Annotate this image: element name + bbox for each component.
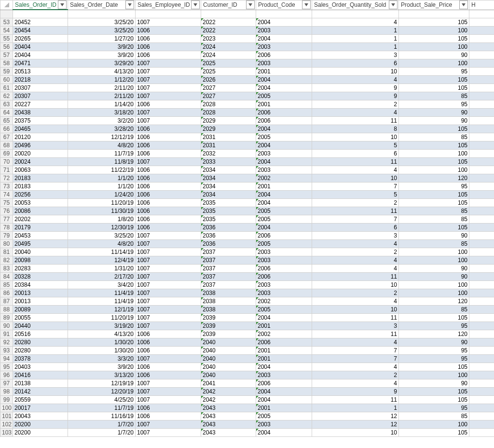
cell[interactable]: 20017 <box>13 404 68 412</box>
cell[interactable]: 20280 <box>13 346 68 354</box>
cell[interactable]: 105 <box>399 75 469 84</box>
cell[interactable]: 2003 <box>256 248 312 256</box>
cell[interactable]: 7 <box>312 346 399 354</box>
cell[interactable]: 1006 <box>136 174 201 182</box>
cell[interactable]: 11/4/19 <box>68 289 136 297</box>
cell[interactable]: 2026 <box>201 75 256 84</box>
cell[interactable]: 20328 <box>13 272 68 280</box>
cell[interactable]: 1006 <box>136 215 201 223</box>
cell[interactable] <box>469 280 494 289</box>
cell[interactable]: 20086 <box>13 207 68 215</box>
cell[interactable]: 4 <box>312 264 399 272</box>
column-header[interactable]: Product_Code <box>256 0 312 10</box>
cell[interactable] <box>469 141 494 149</box>
row-header[interactable]: 101 <box>0 412 13 420</box>
row-header[interactable]: 63 <box>0 100 13 108</box>
cell[interactable]: 95 <box>399 100 469 108</box>
cell[interactable]: 1/1/20 <box>68 174 136 182</box>
cell[interactable]: 2041 <box>201 379 256 387</box>
cell[interactable]: 2004 <box>256 198 312 207</box>
cell[interactable]: 1007 <box>136 248 201 256</box>
cell[interactable]: 3 <box>312 51 399 59</box>
table-row[interactable]: 84203282/17/201007203720061190 <box>0 272 494 280</box>
row-header[interactable]: 64 <box>0 108 13 116</box>
row-header[interactable]: 99 <box>0 395 13 404</box>
cell[interactable] <box>469 346 494 354</box>
cell[interactable]: 20378 <box>13 354 68 363</box>
cell[interactable]: 2006 <box>256 379 312 387</box>
cell[interactable]: 2004 <box>256 125 312 133</box>
cell[interactable]: 20183 <box>13 174 68 182</box>
row-header[interactable]: 86 <box>0 289 13 297</box>
cell[interactable]: 20013 <box>13 289 68 297</box>
cell[interactable]: 105 <box>399 395 469 404</box>
cell[interactable]: 1/27/20 <box>68 34 136 42</box>
cell[interactable]: 11/20/19 <box>68 198 136 207</box>
cell[interactable]: 120 <box>399 297 469 305</box>
cell[interactable]: 2004 <box>256 157 312 166</box>
cell[interactable]: 105 <box>399 18 469 26</box>
cell[interactable]: 20452 <box>13 18 68 26</box>
cell[interactable]: 4 <box>312 239 399 248</box>
cell[interactable]: 2028 <box>201 100 256 108</box>
cell[interactable]: 100 <box>399 166 469 174</box>
table-row[interactable]: 73201831/1/20100620342001795 <box>0 182 494 190</box>
cell[interactable]: 2024 <box>201 51 256 59</box>
row-header[interactable]: 87 <box>0 297 13 305</box>
cell[interactable]: 11 <box>312 272 399 280</box>
cell[interactable]: 85 <box>399 207 469 215</box>
table-row[interactable]: 63202271/14/20100620282001295 <box>0 100 494 108</box>
cell[interactable]: 2004 <box>256 75 312 84</box>
cell[interactable]: 90 <box>399 116 469 125</box>
row-header[interactable]: 78 <box>0 223 13 231</box>
cell[interactable]: 1/24/20 <box>68 190 136 198</box>
row-header[interactable]: 74 <box>0 190 13 198</box>
table-row[interactable]: 58204713/29/201007202520036100 <box>0 59 494 67</box>
cell[interactable]: 105 <box>399 157 469 166</box>
cell[interactable]: 11/8/19 <box>68 157 136 166</box>
cell[interactable]: 20375 <box>13 116 68 125</box>
cell[interactable]: 20283 <box>13 264 68 272</box>
cell[interactable]: 1/14/20 <box>68 100 136 108</box>
cell[interactable]: 7 <box>312 215 399 223</box>
cell[interactable]: 2005 <box>256 305 312 313</box>
cell[interactable]: 11/16/19 <box>68 412 136 420</box>
cell[interactable]: 2037 <box>201 248 256 256</box>
cell[interactable]: 10 <box>312 133 399 141</box>
cell[interactable]: 2033 <box>201 157 256 166</box>
cell[interactable]: 20513 <box>13 67 68 75</box>
cell[interactable]: 90 <box>399 379 469 387</box>
cell[interactable]: 2038 <box>201 289 256 297</box>
cell[interactable]: 3/9/20 <box>68 363 136 371</box>
cell[interactable] <box>469 157 494 166</box>
row-header[interactable]: 69 <box>0 149 13 157</box>
table-row[interactable]: 53204523/25/201007202220044105 <box>0 18 494 26</box>
cell[interactable]: 2004 <box>256 395 312 404</box>
cell[interactable]: 2037 <box>201 280 256 289</box>
cell[interactable] <box>469 67 494 75</box>
row-header[interactable]: 88 <box>0 305 13 313</box>
cell[interactable]: 2 <box>312 289 399 297</box>
cell[interactable]: 1007 <box>136 289 201 297</box>
cell[interactable]: 100 <box>399 149 469 157</box>
cell[interactable]: 2025 <box>201 67 256 75</box>
cell[interactable]: 2004 <box>256 428 312 436</box>
cell[interactable]: 11 <box>312 207 399 215</box>
row-header[interactable] <box>0 10 13 18</box>
cell[interactable]: 95 <box>399 404 469 412</box>
table-row[interactable]: 862001311/4/191007203820032100 <box>0 289 494 297</box>
cell[interactable]: 2034 <box>201 190 256 198</box>
cell[interactable] <box>469 51 494 59</box>
cell[interactable] <box>469 330 494 338</box>
table-row[interactable]: 62203072/11/20100720272005985 <box>0 92 494 100</box>
cell[interactable]: 90 <box>399 272 469 280</box>
cell[interactable]: 1 <box>312 42 399 51</box>
cell[interactable]: 1006 <box>136 198 201 207</box>
row-header[interactable]: 58 <box>0 59 13 67</box>
cell[interactable]: 1007 <box>136 157 201 166</box>
cell[interactable]: 2003 <box>256 166 312 174</box>
cell[interactable]: 1007 <box>136 395 201 404</box>
cell[interactable]: 90 <box>399 51 469 59</box>
cell[interactable]: 1/30/20 <box>68 346 136 354</box>
cell[interactable]: 1006 <box>136 125 201 133</box>
